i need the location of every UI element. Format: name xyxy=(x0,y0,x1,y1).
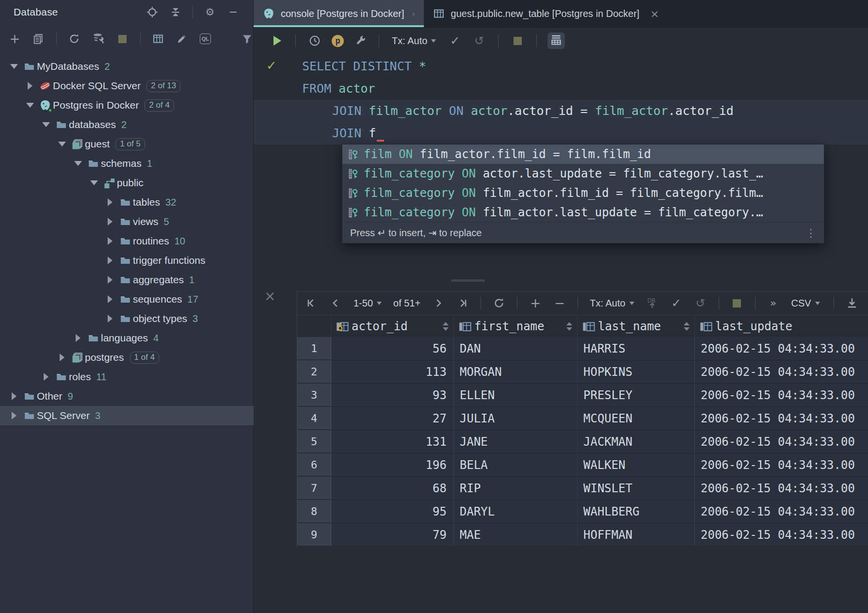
tx-mode-dropdown[interactable]: Tx: Auto xyxy=(392,35,427,47)
close-results-icon[interactable]: × xyxy=(264,288,275,304)
tab-new-table[interactable]: guest.public.new_table [Postgres in Dock… xyxy=(424,0,668,27)
expanded-arrow-icon[interactable] xyxy=(39,122,53,127)
tree-item-databases[interactable]: databases2 xyxy=(0,115,254,134)
refresh-icon[interactable] xyxy=(68,32,80,45)
cell-first_name[interactable]: ELLEN xyxy=(454,384,578,407)
collapsed-arrow-icon[interactable] xyxy=(71,334,85,342)
cell-last_update[interactable]: 2006-02-15 04:34:33.00 xyxy=(695,337,868,360)
cell-first_name[interactable]: RIP xyxy=(454,477,578,500)
cell-last_update[interactable]: 2006-02-15 04:34:33.00 xyxy=(695,384,868,407)
download-icon[interactable] xyxy=(846,297,858,309)
cell-last_update[interactable]: 2006-02-15 04:34:33.00 xyxy=(695,360,868,384)
column-header-first_name[interactable]: first_name xyxy=(454,315,578,337)
collapsed-arrow-icon[interactable] xyxy=(103,257,117,264)
cell-first_name[interactable]: MORGAN xyxy=(454,360,578,384)
export-format-dropdown[interactable]: CSV xyxy=(791,298,820,309)
column-header-last_name[interactable]: last_name xyxy=(578,315,695,337)
collapsed-arrow-icon[interactable] xyxy=(103,315,117,323)
hide-panel-icon[interactable] xyxy=(227,6,240,18)
expanded-arrow-icon[interactable] xyxy=(23,103,37,108)
tx-mode-dropdown[interactable]: Tx: Auto xyxy=(590,298,634,309)
column-header-actor_id[interactable]: actor_id xyxy=(331,315,454,337)
tree-item-sequences[interactable]: sequences17 xyxy=(0,290,254,309)
collapsed-arrow-icon[interactable] xyxy=(103,237,117,245)
locate-icon[interactable] xyxy=(146,6,159,18)
collapsed-arrow-icon[interactable] xyxy=(7,412,21,419)
tree-item-routines[interactable]: routines10 xyxy=(0,231,254,251)
add-row-icon[interactable]: + xyxy=(529,297,542,309)
row-number[interactable]: 9 xyxy=(297,523,331,547)
filter-icon[interactable] xyxy=(241,32,253,45)
sql-editor[interactable]: SELECT DISTINCT *FROM actorJOIN film_act… xyxy=(254,55,868,145)
gear-icon[interactable]: ⚙ xyxy=(204,6,216,18)
tree-item-languages[interactable]: languages4 xyxy=(0,328,254,348)
duplicate-icon[interactable] xyxy=(32,32,45,45)
session-icon[interactable]: p xyxy=(332,35,344,47)
first-page-icon[interactable] xyxy=(305,297,318,309)
row-number[interactable]: 7 xyxy=(297,477,331,500)
row-number[interactable]: 4 xyxy=(297,407,331,430)
tree-item-mydatabases[interactable]: MyDatabases2 xyxy=(0,57,254,76)
cell-actor_id[interactable]: 68 xyxy=(331,477,454,500)
delete-row-icon[interactable]: − xyxy=(553,297,566,309)
cell-first_name[interactable]: JULIA xyxy=(454,407,578,430)
cell-first_name[interactable]: DARYL xyxy=(454,500,578,523)
commit-icon[interactable]: ✓ xyxy=(449,34,461,47)
tree-item-docker-sql-server[interactable]: Docker SQL Server2 of 13 xyxy=(0,76,254,96)
sql-line-3[interactable]: JOIN film_actor ON actor.actor_id = film… xyxy=(254,100,868,122)
sort-arrows-icon[interactable] xyxy=(439,322,449,331)
collapsed-arrow-icon[interactable] xyxy=(103,276,117,284)
tab-console[interactable]: console [Postgres in Docker] › xyxy=(254,0,424,27)
close-tab-icon[interactable]: × xyxy=(650,8,659,20)
cell-actor_id[interactable]: 131 xyxy=(331,430,454,453)
tree-item-roles[interactable]: roles11 xyxy=(0,367,254,387)
page-range-dropdown[interactable]: 1-50 xyxy=(354,298,382,309)
cell-last_update[interactable]: 2006-02-15 04:34:33.00 xyxy=(695,407,868,430)
next-page-icon[interactable] xyxy=(432,297,445,309)
tree-item-other[interactable]: Other9 xyxy=(0,387,254,406)
row-number[interactable]: 6 xyxy=(297,453,331,477)
sort-arrows-icon[interactable] xyxy=(563,322,572,331)
expanded-arrow-icon[interactable] xyxy=(71,161,85,166)
cell-last_name[interactable]: WAHLBERG xyxy=(578,500,695,523)
cell-first_name[interactable]: MAE xyxy=(454,523,578,547)
cell-first_name[interactable]: JANE xyxy=(454,430,578,453)
row-number[interactable]: 1 xyxy=(297,337,331,360)
cell-last_update[interactable]: 2006-02-15 04:34:33.00 xyxy=(695,477,868,500)
collapsed-arrow-icon[interactable] xyxy=(103,295,117,303)
cell-actor_id[interactable]: 93 xyxy=(331,384,454,407)
cell-last_update[interactable]: 2006-02-15 04:34:33.00 xyxy=(695,430,868,453)
collapse-all-icon[interactable] xyxy=(169,6,182,18)
row-number[interactable]: 2 xyxy=(297,360,331,384)
tree-item-views[interactable]: views5 xyxy=(0,212,254,231)
sort-arrows-icon[interactable] xyxy=(680,322,690,331)
add-datasource-icon[interactable]: + xyxy=(9,32,21,45)
cell-actor_id[interactable]: 113 xyxy=(331,360,454,384)
expanded-arrow-icon[interactable] xyxy=(87,180,101,185)
row-number[interactable]: 8 xyxy=(297,500,331,523)
cell-last_name[interactable]: HOFFMAN xyxy=(578,523,695,547)
expanded-arrow-icon[interactable] xyxy=(55,142,69,146)
in-editor-results-toggle[interactable] xyxy=(547,32,565,49)
cell-last_name[interactable]: WALKEN xyxy=(578,453,695,477)
cell-first_name[interactable]: BELA xyxy=(454,453,578,477)
collapsed-arrow-icon[interactable] xyxy=(55,354,69,361)
row-number[interactable]: 5 xyxy=(297,430,331,453)
rollback-icon[interactable]: ↺ xyxy=(694,297,707,309)
collapsed-arrow-icon[interactable] xyxy=(7,392,21,400)
commit-icon[interactable]: ✓ xyxy=(670,297,683,309)
collapsed-arrow-icon[interactable] xyxy=(103,198,117,206)
tree-item-object-types[interactable]: object types3 xyxy=(0,309,254,328)
cell-actor_id[interactable]: 79 xyxy=(331,523,454,547)
cell-last_name[interactable]: JACKMAN xyxy=(578,430,695,453)
tree-item-guest[interactable]: guest1 of 5 xyxy=(0,134,254,154)
expanded-arrow-icon[interactable] xyxy=(7,64,21,69)
last-page-icon[interactable] xyxy=(456,297,469,309)
tree-item-postgres-in-docker[interactable]: Postgres in Docker2 of 4 xyxy=(0,96,254,115)
tree-item-trigger-functions[interactable]: trigger functions xyxy=(0,251,254,270)
completion-item-1[interactable]: film ON film_actor.film_id = film.film_i… xyxy=(342,145,824,164)
table-icon[interactable] xyxy=(152,32,164,45)
cell-last_name[interactable]: MCQUEEN xyxy=(578,407,695,430)
cell-last_update[interactable]: 2006-02-15 04:34:33.00 xyxy=(695,500,868,523)
cell-last_update[interactable]: 2006-02-15 04:34:33.00 xyxy=(695,523,868,547)
